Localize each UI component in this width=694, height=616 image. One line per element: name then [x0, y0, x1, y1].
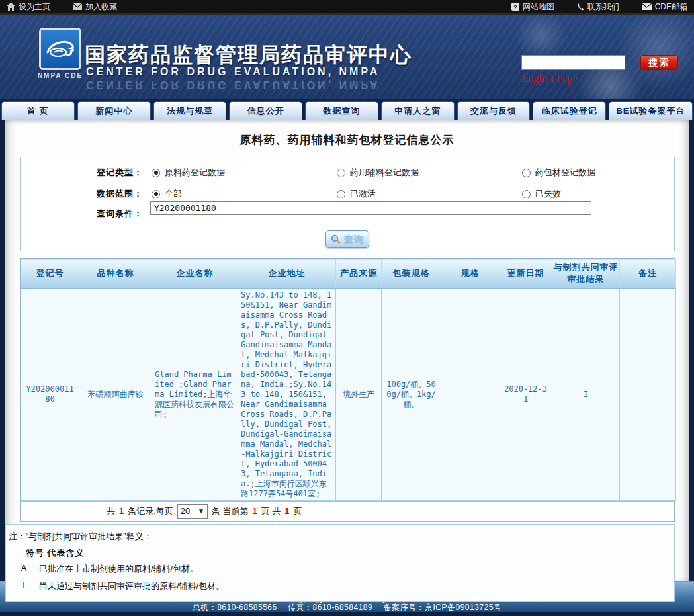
add-favorite-link[interactable]: 加入收藏	[73, 1, 117, 13]
nav-tab-home[interactable]: 首 页	[1, 101, 75, 120]
mail-icon	[73, 3, 82, 10]
header-search-input[interactable]	[521, 55, 625, 70]
radio-checked-icon	[152, 169, 160, 177]
radio-unchecked-icon	[337, 169, 345, 177]
nav-tab-news[interactable]: 新闻中心	[77, 101, 151, 120]
sitemap-link[interactable]: ? 网站地图	[511, 1, 554, 13]
record-count: 1	[119, 506, 124, 516]
radio-excipient-data[interactable]: 药用辅料登记数据	[337, 167, 419, 179]
nav-tab-feedback[interactable]: 交流与反馈	[457, 101, 531, 120]
query-condition-input[interactable]	[150, 201, 591, 215]
radio-api-label: 原料药登记数据	[165, 167, 225, 179]
main-nav: 首 页 新闻中心 法规与规章 信息公开 数据查询 申请人之窗 交流与反馈 临床试…	[0, 99, 694, 120]
page-title: 原料药、药用辅料和药包材登记信息公示	[5, 120, 689, 148]
per-page-value: 20	[181, 506, 190, 516]
col-header-company-address: 企业地址	[238, 259, 336, 288]
site-header: NMPA CDE 国家药品监督管理局药品审评中心 CENTER FOR DRUG…	[0, 15, 694, 99]
note-box: 注：“与制剂共同审评审批结果”释义： 符号 代表含义 A 已批准在上市制剂使用的…	[5, 524, 675, 602]
col-header-reg-no: 登记号	[21, 259, 79, 288]
envelope-icon	[642, 3, 652, 10]
pagination-per-text: 条 当前第	[212, 506, 249, 517]
sitemap-label: 网站地图	[523, 1, 554, 13]
radio-expired[interactable]: 已失效	[522, 188, 561, 200]
radio-packaging-label: 药包材登记数据	[535, 167, 595, 179]
cde-mail-link[interactable]: CDE邮箱	[642, 1, 687, 13]
current-page: 1	[252, 506, 257, 516]
phone-icon	[577, 3, 584, 11]
col-header-spec: 规格	[441, 259, 499, 288]
add-favorite-label: 加入收藏	[85, 1, 117, 13]
note-title: 注：“与制剂共同审评审批结果”释义：	[9, 529, 674, 545]
form-row-query: 查询条件：	[21, 208, 674, 220]
radio-unchecked-icon	[522, 190, 531, 198]
cell-remark	[620, 288, 676, 501]
col-header-package-spec: 包装规格	[382, 259, 441, 288]
table-row: Y20200001180 苯磺顺阿曲库铵 Gland Pharma Limite…	[21, 288, 676, 501]
radio-all[interactable]: 全部	[152, 188, 182, 200]
topbar: 设为主页 加入收藏 ? 网站地图 联系我们 CDE邮箱	[0, 0, 694, 15]
col-header-company-name: 企业名称	[152, 259, 238, 288]
radio-activated[interactable]: 已激活	[337, 188, 376, 200]
radio-packaging-data[interactable]: 药包材登记数据	[522, 167, 595, 179]
footer-contact: 总机：8610-68585566 传真：8610-68584189 备案序号：京…	[0, 603, 694, 613]
cell-reg-no: Y20200001180	[21, 288, 79, 501]
english-page-link[interactable]: English Page	[521, 73, 577, 85]
cde-mail-label: CDE邮箱	[655, 1, 687, 13]
pagination-page-text: 页 共	[261, 506, 281, 517]
contact-label: 联系我们	[587, 1, 619, 13]
form-row-type: 登记类型： 原料药登记数据 药用辅料登记数据 药包材登记数据	[21, 167, 674, 179]
logo-caption: NMPA CDE	[36, 72, 84, 79]
pagination-records-text: 条记录,每页	[128, 506, 173, 517]
nav-tab-regulations[interactable]: 法规与规章	[153, 101, 227, 120]
results-table: 登记号 品种名称 企业名称 企业地址 产品来源 包装规格 规格 更新日期 与制剂…	[21, 259, 676, 501]
per-page-select[interactable]: 20 ▼	[177, 504, 208, 519]
pagination-total-text: 共	[107, 506, 115, 517]
col-header-review-result: 与制剂共同审评审批结果	[552, 259, 620, 288]
set-home-link[interactable]: 设为主页	[7, 1, 50, 13]
page-content: 原料药、药用辅料和药包材登记信息公示 登记类型： 原料药登记数据 药用辅料登记数…	[5, 120, 689, 581]
radio-checked-icon	[152, 190, 160, 198]
nav-tab-be-platform[interactable]: BE试验备案平台	[609, 101, 693, 120]
note-symbol-i: I	[9, 580, 39, 592]
col-header-product-name: 品种名称	[79, 259, 152, 288]
site-title: 国家药品监督管理局药品审评中心	[85, 41, 412, 69]
radio-unchecked-icon	[337, 190, 345, 198]
cde-logo-icon	[41, 30, 79, 68]
note-row-a: A 已批准在上市制剂使用的原料/辅料/包材。	[9, 560, 674, 578]
note-symbol-a: A	[9, 563, 39, 575]
nav-tab-clinical-trial[interactable]: 临床试验登记	[533, 101, 606, 120]
query-condition-label: 查询条件：	[21, 208, 143, 220]
cell-company-name: Gland Pharma Limited ;Gland Pharma Limit…	[152, 288, 238, 501]
set-home-label: 设为主页	[19, 1, 50, 13]
type-label: 登记类型：	[21, 167, 143, 179]
cell-product-source: 境外生产	[336, 288, 382, 501]
query-button-row: 查询	[21, 230, 674, 248]
contact-link[interactable]: 联系我们	[577, 1, 619, 13]
cell-company-address: Sy.No.143 to 148, 150&151, Near Gandimai…	[238, 288, 336, 501]
topbar-left: 设为主页 加入收藏	[7, 1, 117, 13]
radio-api-data[interactable]: 原料药登记数据	[152, 167, 225, 179]
cell-review-result: I	[552, 288, 620, 501]
magnifier-icon	[331, 234, 341, 244]
nav-tab-applicant-window[interactable]: 申请人之窗	[381, 101, 455, 120]
radio-activated-label: 已激活	[350, 188, 376, 200]
header-search-button[interactable]: 搜索	[640, 55, 678, 70]
radio-unchecked-icon	[522, 169, 531, 177]
col-header-remark: 备注	[620, 259, 676, 288]
logo-block: NMPA CDE	[36, 30, 84, 79]
note-column-header: 符号 代表含义	[9, 545, 674, 560]
radio-expired-label: 已失效	[535, 188, 561, 200]
cell-spec	[441, 288, 499, 501]
nav-tab-data-query[interactable]: 数据查询	[305, 101, 378, 120]
scope-label: 数据范围：	[21, 188, 143, 200]
radio-all-label: 全部	[165, 188, 182, 200]
site-subtitle: CENTER FOR DRUG EVALUATION, NMPA	[86, 66, 380, 78]
cell-package-spec: 100g/桶。500g/桶。1kg/桶。	[382, 288, 441, 501]
radio-excipient-label: 药用辅料登记数据	[350, 167, 419, 179]
help-icon: ?	[511, 3, 519, 11]
table-header-row: 登记号 品种名称 企业名称 企业地址 产品来源 包装规格 规格 更新日期 与制剂…	[21, 259, 676, 288]
query-button[interactable]: 查询	[325, 230, 369, 248]
home-icon	[7, 3, 15, 11]
cell-product-name: 苯磺顺阿曲库铵	[79, 288, 152, 501]
nav-tab-info-disclosure[interactable]: 信息公开	[229, 101, 302, 120]
